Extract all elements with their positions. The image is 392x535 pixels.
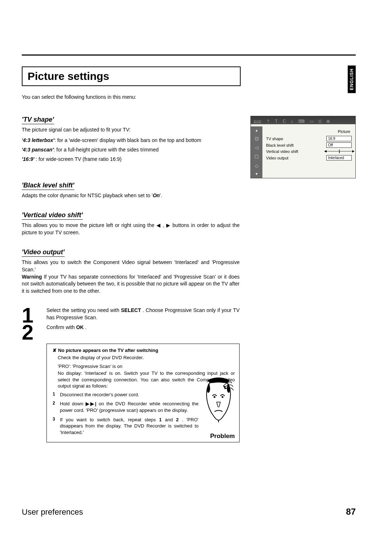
osd-value: Interlaced — [326, 155, 352, 161]
osd-top-bar: DVD ⇡ T C ♪ ⌨ ▭ ⎙ ⊕ — [251, 116, 355, 126]
osd-side-icon: ◇ — [255, 163, 258, 169]
def-item: '4:3 letterbox': for a 'wide-screen' dis… — [22, 137, 240, 143]
page-footer: User preferences 87 — [22, 507, 356, 517]
osd-top-icon: ♪ — [291, 119, 293, 124]
osd-top-icon: ⇡ — [266, 119, 270, 124]
osd-side-icon: ⊡ — [255, 136, 259, 141]
footer-title: User preferences — [22, 507, 83, 517]
osd-row: Vertical video shift ◀▶ — [266, 149, 352, 154]
osd-slider: ◀▶ — [326, 149, 352, 154]
osd-panel-title: Picture — [266, 129, 352, 134]
osd-top-icon: ⌨ — [298, 119, 305, 124]
x-icon: ✘ — [53, 348, 57, 353]
section-vertical-shift: 'Vertical video shift' This allows you t… — [22, 211, 240, 236]
osd-value: 16:9 — [326, 136, 352, 141]
osd-top-icon: ⎙ — [319, 119, 321, 124]
confused-face-icon — [202, 376, 235, 423]
language-tab: ENGLISH — [348, 65, 356, 93]
section-body: This allows you to move the picture left… — [22, 222, 240, 236]
problem-label: Problem — [210, 433, 235, 440]
section-warning: Warning If your TV has separate connecti… — [22, 273, 240, 295]
def-item: '4:3 panscan': for a full-height picture… — [22, 147, 240, 153]
osd-dvd-label: DVD — [254, 119, 261, 123]
section-heading: 'Black level shift' — [22, 182, 74, 190]
section-body: This allows you to switch the Component … — [22, 259, 240, 273]
section-tv-shape: 'TV shape' The picture signal can be adj… — [22, 116, 240, 162]
osd-row: Video output Interlaced — [266, 155, 352, 161]
svg-point-0 — [214, 396, 216, 398]
step-number: 2 — [22, 324, 40, 341]
problem-line: Check the display of your DVD Recorder. — [58, 354, 235, 361]
osd-top-icon: T — [275, 119, 278, 124]
osd-value: Off — [326, 142, 352, 148]
osd-preview: DVD ⇡ T C ♪ ⌨ ▭ ⎙ ⊕ ▲ ⊡ ◁ ☐ ◇ — [250, 116, 356, 178]
osd-side-icon: ◁ — [255, 145, 258, 150]
svg-point-1 — [222, 396, 224, 398]
osd-side-bar: ▲ ⊡ ◁ ☐ ◇ ▼ — [251, 126, 262, 178]
def-item: '16:9' : for wide-screen TV (frame ratio… — [22, 156, 240, 162]
section-body: Adapts the color dynamic for NTSC playba… — [22, 192, 240, 199]
section-video-output: 'Video output' This allows you to switch… — [22, 248, 240, 295]
section-lead: The picture signal can be adjusted to fi… — [22, 126, 240, 134]
step-1: 1 Select the setting you need with SELEC… — [22, 307, 240, 324]
problem-box: ✘No picture appears on the TV after swit… — [46, 344, 240, 442]
osd-row: Black level shift Off — [266, 142, 352, 148]
page-title-box: Picture settings — [22, 66, 241, 86]
section-heading: 'Video output' — [22, 248, 65, 257]
section-black-level: 'Black level shift' Adapts the color dyn… — [22, 182, 240, 199]
page-title: Picture settings — [28, 70, 109, 82]
osd-top-icon: C — [283, 119, 286, 124]
osd-top-icon: ⊕ — [326, 119, 330, 124]
osd-row: TV shape 16:9 — [266, 136, 352, 141]
problem-line: 'PRO': 'Progressive Scan' is on — [58, 363, 235, 370]
intro-text: You can select the following functions i… — [22, 94, 356, 100]
section-heading: 'Vertical video shift' — [22, 211, 83, 220]
osd-side-icon: ☐ — [254, 154, 259, 159]
osd-top-icon: ▭ — [310, 119, 314, 124]
page-number: 87 — [346, 507, 356, 517]
section-heading: 'TV shape' — [22, 116, 54, 124]
fwd-skip-icon: ▶▶| — [86, 401, 97, 406]
step-2: 2 Confirm with OK . — [22, 324, 240, 341]
